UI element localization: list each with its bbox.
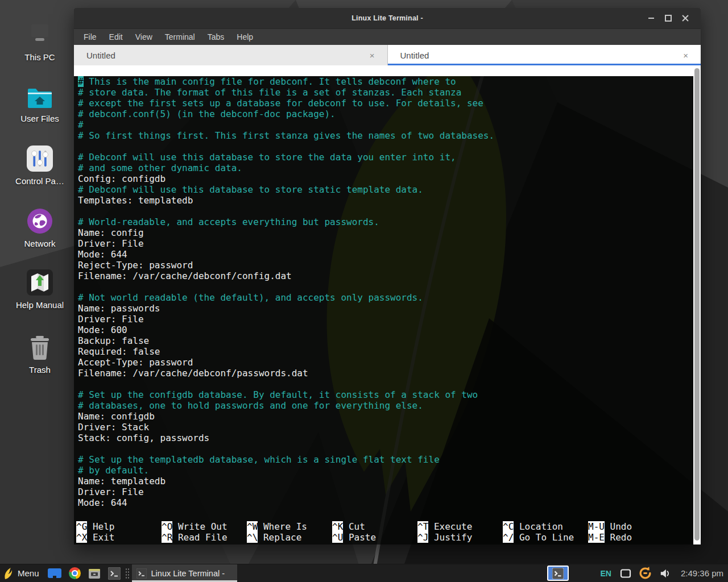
desktop-icon-user-files[interactable]: User Files [6, 80, 74, 123]
desktop-icon-label: Help Manual [6, 300, 74, 310]
menu-item-tabs[interactable]: Tabs [201, 32, 231, 41]
scrollbar[interactable] [693, 65, 701, 544]
desktop-icon-label: This PC [6, 52, 74, 62]
close-button[interactable] [677, 8, 694, 28]
menu-bar: FileEditViewTerminalTabsHelp [74, 29, 701, 45]
terminal-launcher-icon[interactable] [108, 564, 121, 582]
tab-close-icon[interactable]: × [370, 51, 375, 60]
terminal-line: # This is the main config file for debco… [74, 76, 693, 87]
terminal-line: Accept-Type: password [74, 357, 693, 368]
menu-item-edit[interactable]: Edit [103, 32, 129, 41]
terminal-line: Driver: File [74, 238, 693, 249]
terminal-line: Filename: /var/cache/debconf/passwords.d… [74, 368, 693, 379]
scrollbar-thumb[interactable] [694, 68, 700, 541]
menu-item-terminal[interactable]: Terminal [159, 32, 201, 41]
nano-shortcut-redo: M-E Redo [588, 532, 673, 543]
desktop-icon-this-pc[interactable]: This PC [6, 18, 74, 62]
terminal-content[interactable]: GNU nano 7.2 /etc/debconf.conf # This is… [74, 65, 701, 544]
chrome-icon[interactable] [69, 564, 81, 582]
menu-item-view[interactable]: View [129, 32, 159, 41]
volume-icon[interactable] [659, 568, 672, 579]
tab-untitled-1[interactable]: Untitled × [74, 45, 388, 66]
nano-shortcut-location: ^C Location [503, 521, 588, 532]
terminal-line [74, 141, 693, 152]
nano-shortcut-write-out: ^O Write Out [162, 521, 247, 532]
tab-close-icon[interactable]: × [683, 51, 688, 60]
menu-button[interactable]: Menu [0, 564, 44, 582]
panel-handle [125, 568, 130, 579]
terminal-line: Filename: /var/cache/debconf/config.dat [74, 271, 693, 281]
nano-shortcut-read-file: ^R Read File [162, 532, 247, 543]
terminal-line: Required: false [74, 346, 693, 357]
desktop-icon-trash[interactable]: Trash [6, 331, 74, 375]
terminal-line: # databases, one to hold passwords and o… [74, 400, 693, 411]
tray-terminal-active-icon[interactable] [547, 566, 569, 581]
linux-lite-logo-icon [3, 567, 14, 580]
terminal-line: # Debconf will use this database to stor… [74, 152, 693, 163]
terminal-line: Name: configdb [74, 411, 693, 422]
terminal-line: # Not world readable (the default), and … [74, 292, 693, 303]
terminal-window: Linux Lite Terminal - FileEditViewTermin… [74, 8, 701, 544]
clock[interactable]: 2:49:36 pm [681, 568, 723, 578]
tab-label: Untitled [86, 51, 115, 60]
nano-shortcut-replace: ^\ Replace [247, 532, 332, 543]
terminal-line: # Debconf will use this database to stor… [74, 184, 693, 195]
help-manual-icon [6, 266, 74, 296]
desktop-icon-network[interactable]: Network [6, 205, 74, 248]
minimize-button[interactable] [643, 8, 660, 28]
display-tray-icon[interactable] [620, 568, 631, 579]
tab-label: Untitled [400, 51, 429, 60]
nano-buffer: # This is the main config file for debco… [74, 76, 693, 508]
desktop-icon-label: Control Pa… [6, 176, 74, 186]
menu-button-label: Menu [18, 568, 39, 578]
terminal-line: Name: config [74, 227, 693, 238]
menu-item-file[interactable]: File [77, 32, 103, 41]
nano-shortcut-bar: ^G Help^O Write Out^W Where Is^K Cut^T E… [74, 521, 693, 543]
terminal-line: Backup: false [74, 335, 693, 346]
window-title: Linux Lite Terminal - [351, 14, 423, 22]
terminal-line [74, 379, 693, 389]
keyboard-layout-indicator[interactable]: EN [600, 569, 611, 578]
terminal-line: # World-readable, and accepts everything… [74, 217, 693, 227]
terminal-line [74, 206, 693, 217]
desktop-icon-label: Trash [6, 365, 74, 375]
maximize-button[interactable] [660, 8, 677, 28]
terminal-line: # [74, 119, 693, 130]
nano-cursor: # [78, 76, 84, 87]
nano-shortcut-help: ^G Help [76, 521, 162, 532]
folder-home-icon [6, 80, 74, 109]
file-manager-icon[interactable] [88, 564, 101, 582]
nano-shortcut-go-to-line: ^/ Go To Line [503, 532, 588, 543]
terminal-line: Driver: Stack [74, 422, 693, 433]
terminal-line: Stack: config, passwords [74, 433, 693, 443]
desktop-icon-help-manual[interactable]: Help Manual [6, 266, 74, 310]
terminal-line: Driver: File [74, 314, 693, 325]
terminal-line: Driver: File [74, 487, 693, 497]
desktop-icon-control-panel[interactable]: Control Pa… [6, 142, 74, 186]
update-notifier-icon[interactable] [638, 566, 652, 580]
nano-shortcut-where-is: ^W Where Is [247, 521, 332, 532]
terminal-line: # So first things first. This first stan… [74, 130, 693, 141]
terminal-line: # Set up the templatedb database, which … [74, 454, 693, 465]
taskbar-window-button[interactable]: Linux Lite Terminal - [132, 564, 238, 582]
control-panel-icon [6, 142, 74, 172]
window-titlebar[interactable]: Linux Lite Terminal - [74, 8, 701, 29]
terminal-line: Templates: templatedb [74, 195, 693, 206]
terminal-line: Name: templatedb [74, 476, 693, 487]
terminal-line [74, 281, 693, 292]
window-controls [643, 8, 694, 28]
desktop-icon-label: User Files [6, 114, 74, 123]
terminal-line: # by default. [74, 465, 693, 476]
nano-shortcut-undo: M-U Undo [588, 521, 673, 532]
terminal-line: # Set up the configdb database. By defau… [74, 389, 693, 400]
tab-untitled-2[interactable]: Untitled × [388, 45, 701, 66]
terminal-line: Config: configdb [74, 173, 693, 184]
terminal-line: # and some other dynamic data. [74, 163, 693, 173]
terminal-icon [136, 568, 147, 579]
menu-item-help[interactable]: Help [230, 32, 259, 41]
network-globe-icon [6, 205, 74, 234]
nano-shortcut-execute: ^T Execute [417, 521, 503, 532]
show-desktop-icon[interactable] [47, 564, 62, 582]
desktop-icon-label: Network [6, 239, 74, 248]
terminal-line: # debconf.conf(5) (in the debconf-doc pa… [74, 109, 693, 119]
